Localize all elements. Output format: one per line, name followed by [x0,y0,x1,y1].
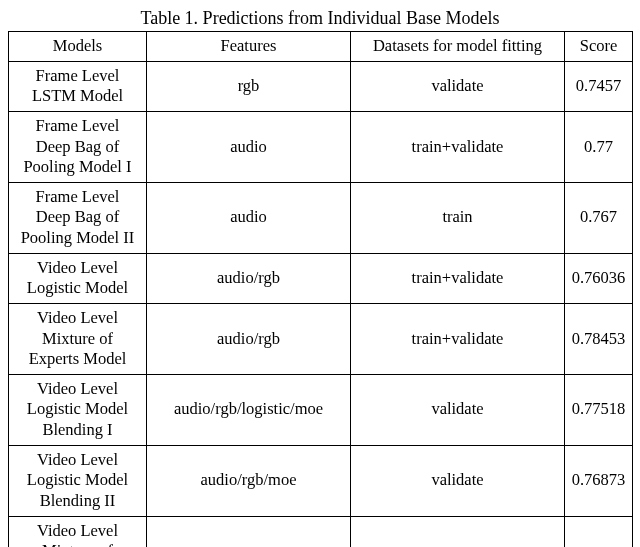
cell-score: 0.7457 [565,61,633,111]
cell-datasets: validate [351,445,565,516]
cell-datasets: validate [351,61,565,111]
cell-score: 0.77 [565,111,633,182]
table-row: Video LevelLogistic Modelaudio/rgbtrain+… [9,253,633,303]
table-header-row: Models Features Datasets for model fitti… [9,32,633,62]
header-models: Models [9,32,147,62]
cell-model: Video LevelLogistic Model [9,253,147,303]
table-row: Video LevelLogistic ModelBlending IIaudi… [9,445,633,516]
table-row: Frame LevelDeep Bag ofPooling Model Iaud… [9,111,633,182]
cell-features: audio [147,182,351,253]
table-row: Frame LevelDeep Bag ofPooling Model IIau… [9,182,633,253]
cell-features: audio/rgb/logistic/moe [147,516,351,547]
cell-datasets: validate [351,374,565,445]
header-features: Features [147,32,351,62]
predictions-table: Models Features Datasets for model fitti… [8,31,633,547]
cell-model: Video LevelMixture ofExperts Model [9,303,147,374]
table-row: Frame LevelLSTM Modelrgbvalidate0.7457 [9,61,633,111]
cell-model: Frame LevelDeep Bag ofPooling Model I [9,111,147,182]
cell-features: audio [147,111,351,182]
cell-score: 0.77518 [565,374,633,445]
cell-model: Frame LevelDeep Bag ofPooling Model II [9,182,147,253]
cell-model: Video LevelLogistic ModelBlending I [9,374,147,445]
table-row: Video LevelMixture ofExperts ModelBlendi… [9,516,633,547]
cell-features: audio/rgb/moe [147,445,351,516]
cell-score: 0.78453 [565,303,633,374]
cell-features: audio/rgb/logistic/moe [147,374,351,445]
cell-score: 0.767 [565,182,633,253]
cell-datasets: train+validate [351,303,565,374]
cell-features: audio/rgb [147,303,351,374]
table-row: Video LevelLogistic ModelBlending Iaudio… [9,374,633,445]
table-caption: Table 1. Predictions from Individual Bas… [8,8,632,29]
cell-datasets: train [351,182,565,253]
cell-datasets: train+validate [351,111,565,182]
cell-score: 0.76036 [565,253,633,303]
cell-features: rgb [147,61,351,111]
cell-score: 0.76873 [565,445,633,516]
cell-datasets: train+validate [351,253,565,303]
header-score: Score [565,32,633,62]
table-row: Video LevelMixture ofExperts Modelaudio/… [9,303,633,374]
cell-model: Video LevelMixture ofExperts ModelBlendi… [9,516,147,547]
header-datasets: Datasets for model fitting [351,32,565,62]
cell-score: 0.78617 [565,516,633,547]
cell-features: audio/rgb [147,253,351,303]
cell-model: Video LevelLogistic ModelBlending II [9,445,147,516]
cell-datasets: validate [351,516,565,547]
cell-model: Frame LevelLSTM Model [9,61,147,111]
